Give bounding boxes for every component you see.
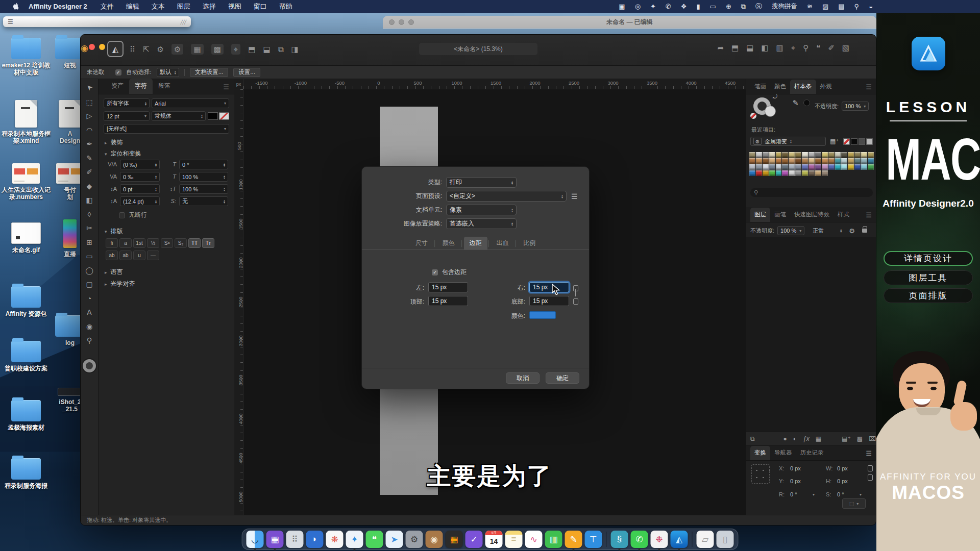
gradient-swatch[interactable]: [776, 170, 782, 176]
dock-photos-icon[interactable]: ❋: [326, 531, 344, 548]
dialog-tab-边距[interactable]: 边距: [464, 237, 487, 249]
white-swatch[interactable]: [866, 138, 873, 145]
rectangle-tool[interactable]: ▭: [84, 253, 95, 261]
divide-icon[interactable]: ◧: [761, 44, 768, 52]
font-collection-dropdown[interactable]: 所有字体▴▾: [104, 98, 150, 108]
transform-field-value[interactable]: 0 px: [837, 465, 848, 471]
knife-tool[interactable]: ✂: [84, 224, 95, 233]
positioning-input[interactable]: 0 pt▴▾: [120, 184, 160, 194]
move-tool[interactable]: ➤: [84, 84, 95, 93]
gradient-swatch[interactable]: [828, 164, 835, 170]
dock-safari-icon[interactable]: ✦: [346, 531, 363, 548]
typography-button-S₂[interactable]: S₂: [175, 238, 187, 248]
gradient-swatch[interactable]: [848, 158, 854, 164]
gradient-swatch[interactable]: [841, 164, 847, 170]
margin-color-swatch[interactable]: [529, 311, 556, 319]
dock-wechat-icon[interactable]: ✆: [631, 531, 648, 548]
section-positioning[interactable]: ▾定位和变换: [105, 149, 141, 158]
positioning-input[interactable]: 100 %▴▾: [179, 172, 228, 182]
order-icon[interactable]: ⬓: [746, 44, 753, 52]
menu-选择[interactable]: 选择: [197, 2, 222, 11]
gradient-swatch[interactable]: [868, 158, 874, 164]
paste-style-icon[interactable]: ◨: [291, 45, 298, 53]
swatches-tab-外观[interactable]: 外观: [816, 80, 836, 94]
stroke-color-swatch[interactable]: [219, 112, 229, 120]
dock-calendar-icon[interactable]: 9月14: [485, 531, 503, 548]
swatches-tab-颜色[interactable]: 颜色: [770, 80, 790, 94]
gradient-swatch[interactable]: [749, 170, 755, 176]
include-margins-checkbox[interactable]: ✓: [432, 269, 438, 276]
dialog-tab-比例[interactable]: 比例: [518, 237, 541, 249]
no-break-checkbox[interactable]: [119, 212, 125, 218]
dock-meeting-icon[interactable]: ❉: [651, 531, 668, 548]
gradient-swatch[interactable]: [769, 158, 775, 164]
gradient-swatch[interactable]: [828, 152, 835, 158]
section-typography[interactable]: ▾排版: [105, 227, 123, 236]
boolean-icon[interactable]: ▥: [776, 44, 783, 52]
transform-tab-历史记录[interactable]: 历史记录: [796, 446, 828, 460]
gradient-swatch[interactable]: [854, 158, 861, 164]
dialog-tab-颜色[interactable]: 颜色: [437, 237, 460, 249]
dock-pages-icon[interactable]: ✎: [565, 531, 582, 548]
menu-文件[interactable]: 文件: [94, 2, 120, 11]
typography-button-1st[interactable]: 1st: [133, 238, 145, 248]
dock-settings-icon[interactable]: ⚙: [406, 531, 423, 548]
black-swatch[interactable]: [851, 138, 857, 145]
erase-tool[interactable]: ◊: [84, 211, 95, 219]
menu-文本[interactable]: 文本: [145, 2, 171, 11]
bottom-margin-input[interactable]: 15 px: [529, 296, 569, 306]
ok-button[interactable]: 确定: [546, 372, 579, 384]
top-margin-input[interactable]: 15 px: [428, 296, 468, 306]
gradient-swatch[interactable]: [808, 164, 815, 170]
stepper[interactable]: ▴▾: [155, 163, 157, 167]
mesh-icon[interactable]: ▦: [816, 435, 821, 442]
dock-numbers-icon[interactable]: ▥: [545, 531, 562, 548]
stepper[interactable]: ▴▾: [224, 187, 225, 191]
auto-select-checkbox[interactable]: ✓: [115, 69, 121, 76]
menu-视图[interactable]: 视图: [222, 2, 248, 11]
gradient-swatch[interactable]: [861, 158, 867, 164]
settings-button[interactable]: 设置...: [233, 68, 260, 77]
fill-tool[interactable]: ◆: [84, 183, 95, 191]
gradient-swatch[interactable]: [769, 164, 775, 170]
font-weight-dropdown[interactable]: 常规体▴▾: [152, 111, 206, 121]
mask-icon[interactable]: ●: [783, 435, 787, 442]
opacity-dropdown[interactable]: 100 %▾: [842, 102, 869, 111]
swatch-category-dropdown[interactable]: ⚙ 金属渐变 ▴▾: [750, 137, 826, 146]
gradient-swatch[interactable]: [848, 152, 854, 158]
chat-bubble-icon[interactable]: ❝: [816, 44, 820, 52]
gradient-swatch[interactable]: [782, 158, 788, 164]
sidebar-button-detail-page[interactable]: 详情页设计: [884, 251, 973, 266]
gradient-swatch[interactable]: [854, 152, 861, 158]
desktop-item[interactable]: 未命名.gif: [1, 219, 52, 254]
search-icon[interactable]: ⚲: [854, 3, 860, 10]
gradient-swatch[interactable]: [848, 164, 854, 170]
typography-button-ab[interactable]: ab: [106, 251, 118, 260]
gradient-swatch[interactable]: [808, 158, 815, 164]
stepper[interactable]: ▴▾: [155, 175, 157, 179]
section-decorations[interactable]: ▸装饰: [105, 138, 123, 147]
gradient-swatch[interactable]: [769, 170, 775, 176]
layers-tab-快速图层特效[interactable]: 快速图层特效: [790, 208, 834, 222]
gradient-swatch[interactable]: [789, 164, 795, 170]
zoom-tool[interactable]: ⚲: [84, 337, 95, 345]
dock-launchpad-icon[interactable]: ⠿: [286, 531, 304, 548]
delete-layer-icon[interactable]: ⌧: [869, 435, 876, 442]
link-dimensions-icon[interactable]: [868, 465, 872, 481]
layer-settings-gear-icon[interactable]: ⚙: [849, 227, 855, 235]
layers-tab-样式[interactable]: 样式: [834, 208, 853, 222]
font-name-dropdown[interactable]: Arial▾: [152, 98, 229, 108]
typography-button-fi[interactable]: fi: [106, 238, 118, 248]
image-placement-dropdown[interactable]: 首选嵌入▴▾: [446, 218, 517, 229]
dialog-tab-出血[interactable]: 出血: [491, 237, 514, 249]
clover-app-icon[interactable]: ❖: [681, 3, 687, 10]
fill-color-swatch[interactable]: [208, 112, 218, 120]
gradient-swatch[interactable]: [782, 164, 788, 170]
desktop-item[interactable]: emaker12 培训教 材中文版: [1, 35, 52, 76]
gradient-swatch[interactable]: [868, 152, 874, 158]
gradient-swatch[interactable]: [756, 170, 762, 176]
gradient-swatch[interactable]: [756, 152, 762, 158]
stack-icon[interactable]: ⧉: [750, 435, 755, 442]
tencent-app-icon[interactable]: ◎: [635, 3, 641, 10]
gradient-swatch[interactable]: [782, 152, 788, 158]
